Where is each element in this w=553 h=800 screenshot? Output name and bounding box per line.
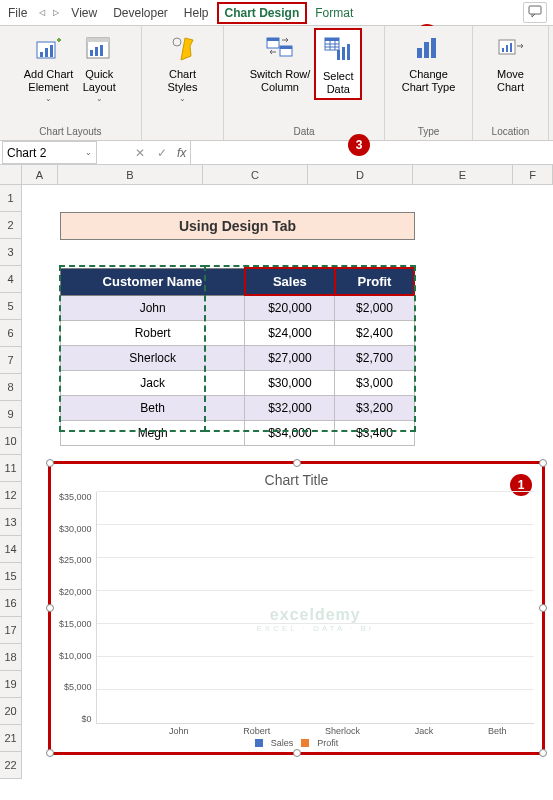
row-header[interactable]: 4 bbox=[0, 266, 22, 293]
enter-formula-button[interactable]: ✓ bbox=[151, 146, 173, 160]
chart-plot-area[interactable]: $35,000$30,000$25,000$20,000$15,000$10,0… bbox=[59, 492, 534, 738]
select-data-button[interactable]: Select Data bbox=[314, 28, 362, 100]
row-header[interactable]: 19 bbox=[0, 671, 22, 698]
chart-object[interactable]: 1 Chart Title $35,000$30,000$25,000$20,0… bbox=[48, 461, 545, 755]
x-axis-label: Sherlock bbox=[325, 726, 360, 736]
menu-help[interactable]: Help bbox=[176, 2, 217, 24]
row-header[interactable]: 17 bbox=[0, 617, 22, 644]
row-header[interactable]: 20 bbox=[0, 698, 22, 725]
menu-left-chevron[interactable]: ◁ bbox=[35, 8, 49, 17]
move-chart-button[interactable]: Move Chart bbox=[489, 28, 533, 96]
row-header[interactable]: 9 bbox=[0, 401, 22, 428]
change-chart-type-label: Change Chart Type bbox=[402, 68, 456, 94]
row-header[interactable]: 10 bbox=[0, 428, 22, 455]
col-header-a[interactable]: A bbox=[22, 165, 58, 184]
chevron-down-icon: ⌄ bbox=[85, 148, 92, 157]
svg-rect-2 bbox=[40, 52, 43, 57]
col-header-b[interactable]: B bbox=[58, 165, 203, 184]
row-headers: 1 2 3 4 5 6 7 8 9 10 11 12 13 14 15 16 1… bbox=[0, 185, 22, 779]
row-header[interactable]: 22 bbox=[0, 752, 22, 779]
svg-rect-24 bbox=[417, 48, 422, 58]
resize-handle[interactable] bbox=[539, 604, 547, 612]
quick-layout-button[interactable]: Quick Layout⌄ bbox=[77, 28, 121, 106]
svg-rect-3 bbox=[45, 48, 48, 57]
select-all-corner[interactable] bbox=[0, 165, 22, 184]
fx-label[interactable]: fx bbox=[173, 146, 190, 160]
svg-point-10 bbox=[173, 38, 181, 46]
row-header[interactable]: 2 bbox=[0, 212, 22, 239]
ribbon-group-label-type: Type bbox=[418, 124, 440, 140]
legend-label-profit: Profit bbox=[317, 738, 338, 748]
menu-view[interactable]: View bbox=[63, 2, 105, 24]
chart-y-axis: $35,000$30,000$25,000$20,000$15,000$10,0… bbox=[59, 492, 96, 738]
switch-row-column-button[interactable]: Switch Row/ Column bbox=[246, 28, 315, 96]
menu-chart-design[interactable]: Chart Design bbox=[217, 2, 308, 24]
grid: 1 2 3 4 5 6 7 8 9 10 11 12 13 14 15 16 1… bbox=[0, 185, 553, 779]
menu-format[interactable]: Format bbox=[307, 2, 361, 24]
resize-handle[interactable] bbox=[293, 459, 301, 467]
svg-rect-12 bbox=[267, 38, 279, 41]
svg-rect-25 bbox=[424, 42, 429, 58]
col-header-f[interactable]: F bbox=[513, 165, 553, 184]
ribbon-group-location: Move Chart Location bbox=[473, 26, 549, 140]
resize-handle[interactable] bbox=[293, 749, 301, 757]
svg-rect-6 bbox=[87, 38, 109, 42]
svg-rect-29 bbox=[506, 45, 508, 52]
row-header[interactable]: 8 bbox=[0, 374, 22, 401]
add-chart-element-icon bbox=[31, 30, 67, 66]
change-chart-type-button[interactable]: Change Chart Type bbox=[398, 28, 460, 96]
x-axis-label: Jack bbox=[415, 726, 434, 736]
callout-badge-3: 3 bbox=[348, 134, 370, 156]
x-axis-label: John bbox=[169, 726, 189, 736]
row-header[interactable]: 21 bbox=[0, 725, 22, 752]
col-header-c[interactable]: C bbox=[203, 165, 308, 184]
row-header[interactable]: 15 bbox=[0, 563, 22, 590]
x-axis-label: Beth bbox=[488, 726, 507, 736]
resize-handle[interactable] bbox=[539, 749, 547, 757]
chart-styles-icon bbox=[165, 30, 201, 66]
col-header-e[interactable]: E bbox=[413, 165, 513, 184]
row-header[interactable]: 6 bbox=[0, 320, 22, 347]
row-header[interactable]: 5 bbox=[0, 293, 22, 320]
menu-developer[interactable]: Developer bbox=[105, 2, 176, 24]
resize-handle[interactable] bbox=[46, 604, 54, 612]
resize-handle[interactable] bbox=[46, 459, 54, 467]
resize-handle[interactable] bbox=[539, 459, 547, 467]
row-header[interactable]: 1 bbox=[0, 185, 22, 212]
formula-input[interactable] bbox=[190, 141, 553, 164]
add-chart-element-label: Add Chart Element bbox=[24, 68, 74, 94]
ribbon-group-data: Switch Row/ Column Select Data Data bbox=[224, 26, 385, 140]
svg-rect-28 bbox=[502, 48, 504, 52]
row-header[interactable]: 13 bbox=[0, 509, 22, 536]
svg-rect-9 bbox=[100, 45, 103, 56]
row-header[interactable]: 16 bbox=[0, 590, 22, 617]
ribbon-group-chart-layouts: Add Chart Element⌄ Quick Layout⌄ Chart L… bbox=[0, 26, 142, 140]
cancel-formula-button[interactable]: ✕ bbox=[129, 146, 151, 160]
legend-swatch-profit bbox=[301, 739, 309, 747]
row-header[interactable]: 11 bbox=[0, 455, 22, 482]
legend-label-sales: Sales bbox=[271, 738, 294, 748]
chart-legend[interactable]: Sales Profit bbox=[59, 738, 534, 748]
move-chart-label: Move Chart bbox=[497, 68, 524, 94]
cells-area[interactable]: Using Design Tab Customer Name Sales Pro… bbox=[22, 185, 553, 779]
svg-rect-22 bbox=[342, 47, 345, 60]
row-header[interactable]: 12 bbox=[0, 482, 22, 509]
comment-icon bbox=[528, 5, 542, 17]
name-box[interactable]: Chart 2 ⌄ bbox=[2, 141, 97, 164]
move-chart-icon bbox=[493, 30, 529, 66]
comments-button[interactable] bbox=[523, 2, 547, 23]
row-header[interactable]: 3 bbox=[0, 239, 22, 266]
chart-title[interactable]: Chart Title bbox=[59, 472, 534, 488]
menu-right-chevron[interactable]: ▷ bbox=[49, 8, 63, 17]
add-chart-element-button[interactable]: Add Chart Element⌄ bbox=[20, 28, 78, 106]
row-header[interactable]: 14 bbox=[0, 536, 22, 563]
menu-file[interactable]: File bbox=[0, 2, 35, 24]
chart-x-axis: JohnRobertSherlockJackBeth bbox=[96, 724, 534, 738]
row-header[interactable]: 7 bbox=[0, 347, 22, 374]
change-chart-type-icon bbox=[410, 30, 446, 66]
col-header-d[interactable]: D bbox=[308, 165, 413, 184]
switch-row-column-icon bbox=[262, 30, 298, 66]
chart-styles-button[interactable]: Chart Styles⌄ bbox=[161, 28, 205, 106]
resize-handle[interactable] bbox=[46, 749, 54, 757]
row-header[interactable]: 18 bbox=[0, 644, 22, 671]
